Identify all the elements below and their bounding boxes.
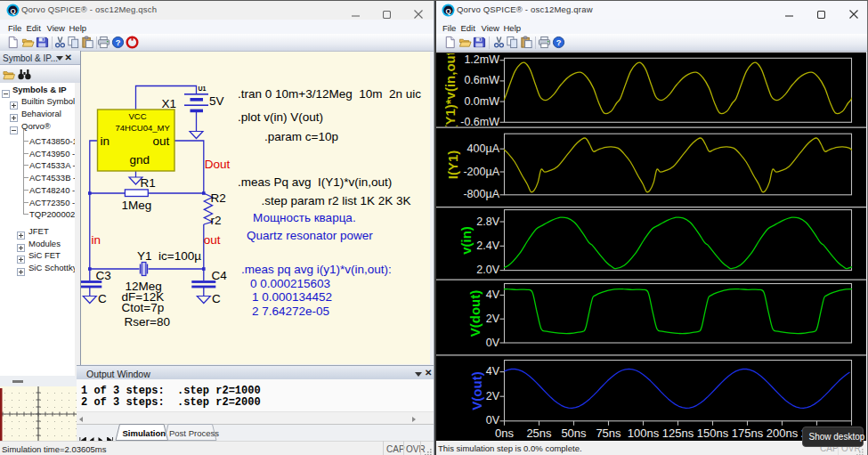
svg-text:?: ? bbox=[115, 38, 120, 47]
svg-text:Q: Q bbox=[445, 7, 450, 15]
svg-text:?: ? bbox=[556, 38, 561, 47]
svg-text:Q: Q bbox=[10, 7, 15, 15]
